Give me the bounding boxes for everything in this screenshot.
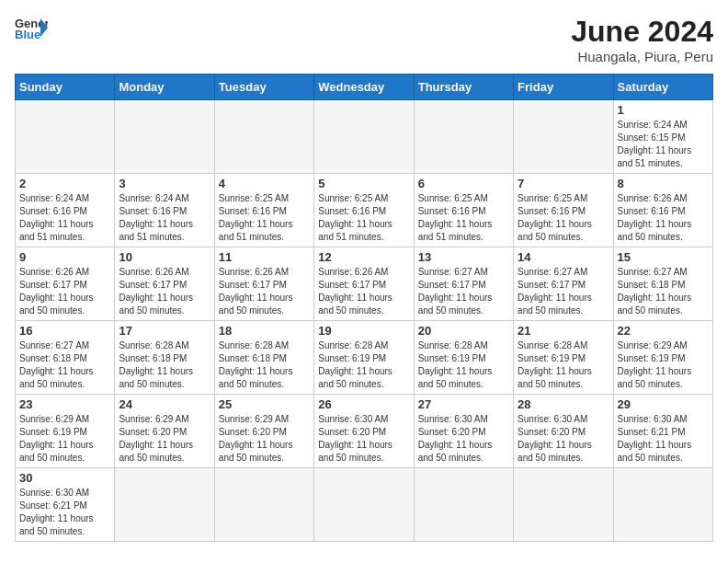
day-info: Sunrise: 6:30 AM Sunset: 6:20 PM Dayligh… [318, 413, 409, 465]
calendar-week-6: 30Sunrise: 6:30 AM Sunset: 6:21 PM Dayli… [16, 468, 713, 542]
calendar-cell: 29Sunrise: 6:30 AM Sunset: 6:21 PM Dayli… [613, 395, 712, 468]
day-number: 5 [318, 177, 409, 190]
calendar-cell: 13Sunrise: 6:27 AM Sunset: 6:17 PM Dayli… [414, 247, 513, 321]
day-info: Sunrise: 6:29 AM Sunset: 6:19 PM Dayligh… [618, 339, 709, 391]
day-info: Sunrise: 6:24 AM Sunset: 6:16 PM Dayligh… [119, 192, 210, 244]
day-info: Sunrise: 6:24 AM Sunset: 6:16 PM Dayligh… [19, 192, 110, 244]
calendar-cell [613, 468, 712, 542]
weekday-header-tuesday: Tuesday [214, 75, 313, 100]
weekday-header-thursday: Thursday [414, 75, 513, 100]
calendar-cell: 12Sunrise: 6:26 AM Sunset: 6:17 PM Dayli… [314, 247, 414, 321]
day-info: Sunrise: 6:29 AM Sunset: 6:20 PM Dayligh… [219, 413, 310, 465]
calendar-week-3: 9Sunrise: 6:26 AM Sunset: 6:17 PM Daylig… [16, 247, 713, 321]
calendar-cell: 21Sunrise: 6:28 AM Sunset: 6:19 PM Dayli… [514, 321, 613, 395]
calendar-cell: 1Sunrise: 6:24 AM Sunset: 6:15 PM Daylig… [613, 100, 712, 174]
day-number: 13 [418, 250, 509, 264]
day-info: Sunrise: 6:26 AM Sunset: 6:17 PM Dayligh… [318, 266, 409, 317]
day-number: 7 [518, 177, 609, 190]
calendar-cell: 27Sunrise: 6:30 AM Sunset: 6:20 PM Dayli… [414, 395, 513, 468]
calendar-cell [115, 100, 214, 174]
calendar-cell: 11Sunrise: 6:26 AM Sunset: 6:17 PM Dayli… [214, 247, 313, 321]
day-number: 28 [518, 397, 609, 411]
day-number: 29 [618, 397, 709, 411]
calendar-cell: 3Sunrise: 6:24 AM Sunset: 6:16 PM Daylig… [115, 174, 214, 247]
weekday-header-row: SundayMondayTuesdayWednesdayThursdayFrid… [16, 75, 713, 100]
day-info: Sunrise: 6:25 AM Sunset: 6:16 PM Dayligh… [418, 192, 509, 244]
calendar-title: June 2024 [571, 15, 713, 49]
day-info: Sunrise: 6:28 AM Sunset: 6:19 PM Dayligh… [318, 339, 409, 391]
day-info: Sunrise: 6:28 AM Sunset: 6:18 PM Dayligh… [119, 339, 210, 391]
calendar-cell [414, 468, 513, 542]
day-info: Sunrise: 6:29 AM Sunset: 6:19 PM Dayligh… [19, 413, 110, 465]
weekday-header-sunday: Sunday [16, 75, 115, 100]
calendar-cell: 25Sunrise: 6:29 AM Sunset: 6:20 PM Dayli… [214, 395, 313, 468]
calendar-cell: 6Sunrise: 6:25 AM Sunset: 6:16 PM Daylig… [414, 174, 513, 247]
day-number: 17 [119, 324, 210, 338]
calendar-cell: 16Sunrise: 6:27 AM Sunset: 6:18 PM Dayli… [16, 321, 115, 395]
day-info: Sunrise: 6:28 AM Sunset: 6:18 PM Dayligh… [219, 339, 310, 391]
day-info: Sunrise: 6:30 AM Sunset: 6:20 PM Dayligh… [418, 413, 509, 465]
calendar-cell [214, 468, 313, 542]
day-info: Sunrise: 6:27 AM Sunset: 6:18 PM Dayligh… [19, 339, 110, 391]
day-info: Sunrise: 6:30 AM Sunset: 6:20 PM Dayligh… [518, 413, 609, 465]
day-info: Sunrise: 6:26 AM Sunset: 6:17 PM Dayligh… [219, 266, 310, 317]
calendar-cell [115, 468, 214, 542]
day-number: 15 [618, 250, 709, 264]
calendar-cell [314, 100, 414, 174]
calendar-table: SundayMondayTuesdayWednesdayThursdayFrid… [15, 74, 713, 542]
day-number: 3 [119, 177, 210, 190]
calendar-cell: 8Sunrise: 6:26 AM Sunset: 6:16 PM Daylig… [613, 174, 712, 247]
calendar-cell: 19Sunrise: 6:28 AM Sunset: 6:19 PM Dayli… [314, 321, 414, 395]
calendar-cell: 18Sunrise: 6:28 AM Sunset: 6:18 PM Dayli… [214, 321, 313, 395]
day-number: 26 [318, 397, 409, 411]
calendar-cell: 15Sunrise: 6:27 AM Sunset: 6:18 PM Dayli… [613, 247, 712, 321]
day-info: Sunrise: 6:29 AM Sunset: 6:20 PM Dayligh… [119, 413, 210, 465]
day-info: Sunrise: 6:27 AM Sunset: 6:18 PM Dayligh… [618, 266, 709, 317]
day-number: 20 [418, 324, 509, 338]
weekday-header-wednesday: Wednesday [314, 75, 414, 100]
day-number: 27 [418, 397, 509, 411]
calendar-cell [16, 100, 115, 174]
calendar-subtitle: Huangala, Piura, Peru [571, 49, 713, 64]
day-number: 19 [318, 324, 409, 338]
day-number: 24 [119, 397, 210, 411]
calendar-cell: 22Sunrise: 6:29 AM Sunset: 6:19 PM Dayli… [613, 321, 712, 395]
day-number: 22 [618, 324, 709, 338]
day-number: 25 [219, 397, 310, 411]
calendar-cell: 7Sunrise: 6:25 AM Sunset: 6:16 PM Daylig… [514, 174, 613, 247]
day-info: Sunrise: 6:30 AM Sunset: 6:21 PM Dayligh… [19, 487, 110, 538]
calendar-cell: 14Sunrise: 6:27 AM Sunset: 6:17 PM Dayli… [514, 247, 613, 321]
calendar-cell: 26Sunrise: 6:30 AM Sunset: 6:20 PM Dayli… [314, 395, 414, 468]
calendar-cell: 20Sunrise: 6:28 AM Sunset: 6:19 PM Dayli… [414, 321, 513, 395]
day-number: 21 [518, 324, 609, 338]
day-number: 10 [119, 250, 210, 264]
weekday-header-friday: Friday [514, 75, 613, 100]
calendar-cell: 23Sunrise: 6:29 AM Sunset: 6:19 PM Dayli… [16, 395, 115, 468]
calendar-cell: 9Sunrise: 6:26 AM Sunset: 6:17 PM Daylig… [16, 247, 115, 321]
calendar-week-4: 16Sunrise: 6:27 AM Sunset: 6:18 PM Dayli… [16, 321, 713, 395]
day-number: 18 [219, 324, 310, 338]
day-number: 6 [418, 177, 509, 190]
day-number: 23 [19, 397, 110, 411]
day-info: Sunrise: 6:25 AM Sunset: 6:16 PM Dayligh… [318, 192, 409, 244]
logo: General Blue [15, 15, 48, 40]
calendar-cell: 24Sunrise: 6:29 AM Sunset: 6:20 PM Dayli… [115, 395, 214, 468]
calendar-cell: 28Sunrise: 6:30 AM Sunset: 6:20 PM Dayli… [514, 395, 613, 468]
page-header: General Blue June 2024 Huangala, Piura, … [15, 15, 713, 64]
day-info: Sunrise: 6:28 AM Sunset: 6:19 PM Dayligh… [518, 339, 609, 391]
svg-text:Blue: Blue [15, 28, 40, 40]
day-info: Sunrise: 6:26 AM Sunset: 6:17 PM Dayligh… [19, 266, 110, 317]
weekday-header-monday: Monday [115, 75, 214, 100]
calendar-cell: 10Sunrise: 6:26 AM Sunset: 6:17 PM Dayli… [115, 247, 214, 321]
day-number: 2 [19, 177, 110, 190]
calendar-cell: 5Sunrise: 6:25 AM Sunset: 6:16 PM Daylig… [314, 174, 414, 247]
calendar-week-5: 23Sunrise: 6:29 AM Sunset: 6:19 PM Dayli… [16, 395, 713, 468]
calendar-week-1: 1Sunrise: 6:24 AM Sunset: 6:15 PM Daylig… [16, 100, 713, 174]
day-number: 11 [219, 250, 310, 264]
calendar-cell [514, 468, 613, 542]
day-info: Sunrise: 6:25 AM Sunset: 6:16 PM Dayligh… [518, 192, 609, 244]
calendar-cell [314, 468, 414, 542]
day-info: Sunrise: 6:24 AM Sunset: 6:15 PM Dayligh… [618, 119, 709, 170]
day-number: 4 [219, 177, 310, 190]
day-number: 1 [618, 103, 709, 117]
